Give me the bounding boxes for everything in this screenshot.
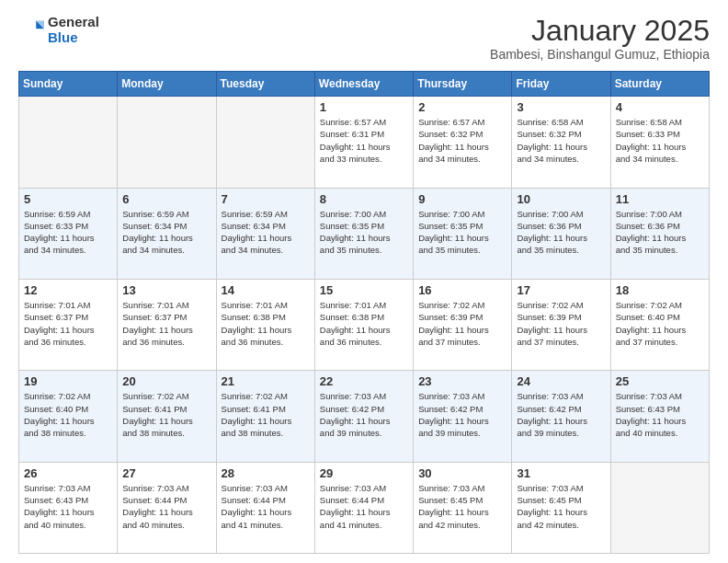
day-number: 25 bbox=[616, 374, 704, 388]
table-row: 4Sunrise: 6:58 AM Sunset: 6:33 PM Daylig… bbox=[610, 97, 709, 188]
day-number: 23 bbox=[418, 374, 506, 388]
day-info: Sunrise: 6:59 AM Sunset: 6:34 PM Dayligh… bbox=[122, 208, 210, 257]
day-info: Sunrise: 7:01 AM Sunset: 6:37 PM Dayligh… bbox=[122, 299, 210, 348]
day-number: 27 bbox=[122, 466, 210, 480]
calendar-week-row: 12Sunrise: 7:01 AM Sunset: 6:37 PM Dayli… bbox=[19, 279, 710, 370]
logo-text: General Blue bbox=[48, 15, 99, 45]
day-number: 31 bbox=[517, 466, 605, 480]
day-info: Sunrise: 7:01 AM Sunset: 6:38 PM Dayligh… bbox=[222, 299, 310, 348]
day-number: 13 bbox=[122, 283, 210, 297]
table-row: 10Sunrise: 7:00 AM Sunset: 6:36 PM Dayli… bbox=[512, 188, 610, 279]
day-number: 15 bbox=[320, 283, 408, 297]
day-number: 24 bbox=[517, 374, 605, 388]
page: General Blue January 2025 Bambesi, Binsh… bbox=[0, 0, 728, 563]
day-info: Sunrise: 7:00 AM Sunset: 6:35 PM Dayligh… bbox=[418, 208, 506, 257]
day-info: Sunrise: 7:03 AM Sunset: 6:45 PM Dayligh… bbox=[418, 482, 506, 531]
day-info: Sunrise: 7:03 AM Sunset: 6:42 PM Dayligh… bbox=[320, 390, 408, 439]
day-info: Sunrise: 7:00 AM Sunset: 6:35 PM Dayligh… bbox=[320, 208, 408, 257]
col-saturday: Saturday bbox=[610, 72, 709, 97]
day-info: Sunrise: 7:03 AM Sunset: 6:44 PM Dayligh… bbox=[222, 482, 310, 531]
day-number: 8 bbox=[320, 192, 408, 206]
day-info: Sunrise: 7:03 AM Sunset: 6:43 PM Dayligh… bbox=[616, 390, 704, 439]
table-row bbox=[118, 97, 216, 188]
day-number: 11 bbox=[616, 192, 704, 206]
table-row: 1Sunrise: 6:57 AM Sunset: 6:31 PM Daylig… bbox=[314, 97, 413, 188]
day-number: 29 bbox=[320, 466, 408, 480]
table-row: 28Sunrise: 7:03 AM Sunset: 6:44 PM Dayli… bbox=[216, 462, 314, 553]
day-number: 9 bbox=[418, 192, 506, 206]
table-row: 29Sunrise: 7:03 AM Sunset: 6:44 PM Dayli… bbox=[314, 462, 413, 553]
day-info: Sunrise: 6:57 AM Sunset: 6:31 PM Dayligh… bbox=[320, 116, 408, 165]
day-number: 3 bbox=[517, 100, 605, 114]
table-row: 6Sunrise: 6:59 AM Sunset: 6:34 PM Daylig… bbox=[118, 188, 216, 279]
table-row: 26Sunrise: 7:03 AM Sunset: 6:43 PM Dayli… bbox=[19, 462, 118, 553]
day-number: 16 bbox=[418, 283, 506, 297]
table-row: 13Sunrise: 7:01 AM Sunset: 6:37 PM Dayli… bbox=[118, 279, 216, 370]
day-info: Sunrise: 7:01 AM Sunset: 6:38 PM Dayligh… bbox=[320, 299, 408, 348]
table-row: 12Sunrise: 7:01 AM Sunset: 6:37 PM Dayli… bbox=[19, 279, 118, 370]
day-number: 2 bbox=[418, 100, 506, 114]
table-row: 31Sunrise: 7:03 AM Sunset: 6:45 PM Dayli… bbox=[512, 462, 610, 553]
table-row: 23Sunrise: 7:03 AM Sunset: 6:42 PM Dayli… bbox=[414, 371, 512, 462]
col-tuesday: Tuesday bbox=[216, 72, 314, 97]
table-row: 19Sunrise: 7:02 AM Sunset: 6:40 PM Dayli… bbox=[19, 371, 118, 462]
table-row: 8Sunrise: 7:00 AM Sunset: 6:35 PM Daylig… bbox=[314, 188, 413, 279]
table-row: 16Sunrise: 7:02 AM Sunset: 6:39 PM Dayli… bbox=[414, 279, 512, 370]
logo-blue-text: Blue bbox=[48, 30, 99, 46]
day-info: Sunrise: 6:57 AM Sunset: 6:32 PM Dayligh… bbox=[418, 116, 506, 165]
table-row: 22Sunrise: 7:03 AM Sunset: 6:42 PM Dayli… bbox=[314, 371, 413, 462]
table-row bbox=[19, 97, 118, 188]
table-row: 25Sunrise: 7:03 AM Sunset: 6:43 PM Dayli… bbox=[610, 371, 709, 462]
day-number: 5 bbox=[24, 192, 112, 206]
calendar-week-row: 1Sunrise: 6:57 AM Sunset: 6:31 PM Daylig… bbox=[19, 97, 710, 188]
day-info: Sunrise: 7:03 AM Sunset: 6:45 PM Dayligh… bbox=[517, 482, 605, 531]
day-info: Sunrise: 7:03 AM Sunset: 6:43 PM Dayligh… bbox=[24, 482, 112, 531]
col-wednesday: Wednesday bbox=[314, 72, 413, 97]
day-info: Sunrise: 6:59 AM Sunset: 6:33 PM Dayligh… bbox=[24, 208, 112, 257]
logo-general-text: General bbox=[48, 15, 99, 30]
table-row: 27Sunrise: 7:03 AM Sunset: 6:44 PM Dayli… bbox=[118, 462, 216, 553]
day-info: Sunrise: 6:58 AM Sunset: 6:32 PM Dayligh… bbox=[517, 116, 605, 165]
day-number: 6 bbox=[122, 192, 210, 206]
day-number: 4 bbox=[616, 100, 704, 114]
calendar-week-row: 19Sunrise: 7:02 AM Sunset: 6:40 PM Dayli… bbox=[19, 371, 710, 462]
day-info: Sunrise: 7:01 AM Sunset: 6:37 PM Dayligh… bbox=[24, 299, 112, 348]
day-number: 18 bbox=[616, 283, 704, 297]
day-number: 26 bbox=[24, 466, 112, 480]
day-number: 1 bbox=[320, 100, 408, 114]
day-number: 28 bbox=[222, 466, 310, 480]
col-sunday: Sunday bbox=[19, 72, 118, 97]
table-row: 18Sunrise: 7:02 AM Sunset: 6:40 PM Dayli… bbox=[610, 279, 709, 370]
day-info: Sunrise: 7:00 AM Sunset: 6:36 PM Dayligh… bbox=[517, 208, 605, 257]
day-number: 21 bbox=[222, 374, 310, 388]
logo-icon bbox=[18, 17, 44, 43]
table-row: 9Sunrise: 7:00 AM Sunset: 6:35 PM Daylig… bbox=[414, 188, 512, 279]
header: General Blue January 2025 Bambesi, Binsh… bbox=[18, 15, 710, 62]
day-info: Sunrise: 7:00 AM Sunset: 6:36 PM Dayligh… bbox=[616, 208, 704, 257]
logo: General Blue bbox=[18, 15, 99, 45]
table-row: 3Sunrise: 6:58 AM Sunset: 6:32 PM Daylig… bbox=[512, 97, 610, 188]
day-number: 19 bbox=[24, 374, 112, 388]
day-info: Sunrise: 6:58 AM Sunset: 6:33 PM Dayligh… bbox=[616, 116, 704, 165]
day-number: 22 bbox=[320, 374, 408, 388]
table-row bbox=[216, 97, 314, 188]
day-info: Sunrise: 7:03 AM Sunset: 6:42 PM Dayligh… bbox=[517, 390, 605, 439]
day-info: Sunrise: 7:03 AM Sunset: 6:44 PM Dayligh… bbox=[122, 482, 210, 531]
day-info: Sunrise: 6:59 AM Sunset: 6:34 PM Dayligh… bbox=[222, 208, 310, 257]
col-thursday: Thursday bbox=[414, 72, 512, 97]
table-row: 21Sunrise: 7:02 AM Sunset: 6:41 PM Dayli… bbox=[216, 371, 314, 462]
day-number: 7 bbox=[222, 192, 310, 206]
title-block: January 2025 Bambesi, Binshangul Gumuz, … bbox=[490, 15, 710, 62]
day-number: 17 bbox=[517, 283, 605, 297]
calendar-week-row: 5Sunrise: 6:59 AM Sunset: 6:33 PM Daylig… bbox=[19, 188, 710, 279]
table-row: 5Sunrise: 6:59 AM Sunset: 6:33 PM Daylig… bbox=[19, 188, 118, 279]
day-number: 12 bbox=[24, 283, 112, 297]
calendar-header-row: Sunday Monday Tuesday Wednesday Thursday… bbox=[19, 72, 710, 97]
day-info: Sunrise: 7:03 AM Sunset: 6:44 PM Dayligh… bbox=[320, 482, 408, 531]
table-row: 15Sunrise: 7:01 AM Sunset: 6:38 PM Dayli… bbox=[314, 279, 413, 370]
day-number: 10 bbox=[517, 192, 605, 206]
table-row: 11Sunrise: 7:00 AM Sunset: 6:36 PM Dayli… bbox=[610, 188, 709, 279]
day-number: 20 bbox=[122, 374, 210, 388]
table-row: 7Sunrise: 6:59 AM Sunset: 6:34 PM Daylig… bbox=[216, 188, 314, 279]
table-row bbox=[610, 462, 709, 553]
